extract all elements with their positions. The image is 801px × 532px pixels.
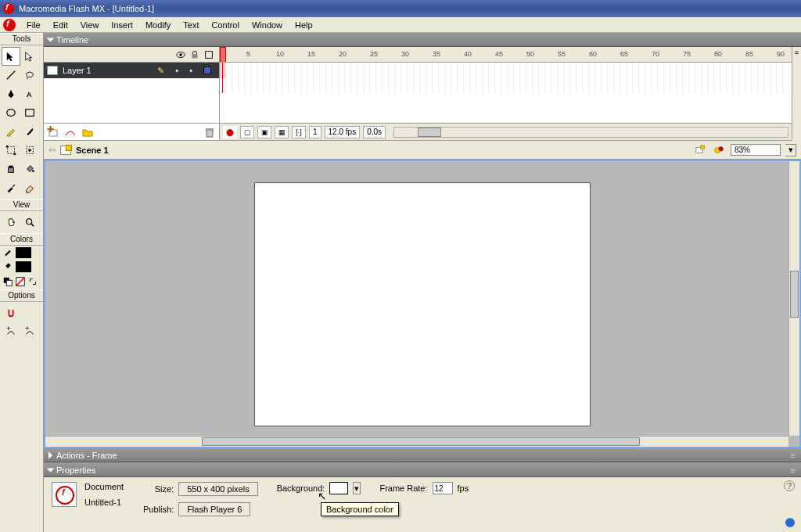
ruler-tick: 15 [307,50,315,58]
no-color-icon[interactable] [14,275,27,288]
menu-edit[interactable]: Edit [47,19,74,31]
menu-modify[interactable]: Modify [139,19,177,31]
zoom-tool[interactable] [20,213,39,232]
brush-tool[interactable] [20,122,39,141]
pen-tool[interactable] [2,84,20,103]
stage-vscrollbar[interactable] [788,161,799,436]
stroke-color-swatch[interactable] [16,247,31,258]
lock-column-icon[interactable] [189,49,200,60]
tools-panel-title: Tools [0,33,43,45]
properties-panel: Properties ≡ Document Untitled-1 Size: 5… [44,462,801,532]
menu-view[interactable]: View [74,19,106,31]
timeline-hscrollbar[interactable] [393,127,788,138]
edit-scene-button[interactable] [693,143,707,157]
document-type-icon [52,482,77,507]
delete-layer-button[interactable] [203,126,216,138]
frame-track[interactable] [220,63,792,93]
scene-name: Scene 1 [76,146,109,155]
help-icon[interactable]: ? [784,480,795,491]
insert-layer-button[interactable]: ✚ [47,126,59,138]
timeline-panel-header[interactable]: Timeline [44,33,801,47]
default-colors-icon[interactable] [2,275,14,288]
swap-colors-icon[interactable] [27,275,39,288]
framerate-input[interactable] [433,482,453,494]
document-name: Untitled-1 [84,498,124,507]
line-tool[interactable] [2,66,20,84]
current-frame-readout: 1 [309,126,321,138]
oval-tool[interactable] [2,103,20,122]
layer-visible-dot[interactable]: • [175,66,178,75]
svg-rect-6 [14,153,16,156]
size-button[interactable]: 550 x 400 pixels [178,482,258,496]
arrow-tool[interactable] [2,47,20,66]
svg-text:A: A [27,90,32,99]
scrollbar-thumb[interactable] [790,271,799,318]
eyedropper-tool[interactable] [2,178,20,197]
back-button[interactable]: ⇦ [48,145,56,155]
background-color-tooltip: Background color [321,502,399,516]
paint-bucket-tool[interactable] [20,160,39,178]
layer-outline-swatch[interactable] [203,66,211,74]
center-frame-button[interactable]: ⬤ [223,126,237,138]
ruler-tick: 40 [464,50,472,58]
zoom-readout[interactable]: 83% [731,144,781,156]
scrollbar-thumb[interactable] [202,437,640,446]
ruler-tick: 90 [777,50,785,58]
expand-panel-icon[interactable] [785,518,795,527]
pencil-tool[interactable] [2,122,20,141]
menu-text[interactable]: Text [177,19,205,31]
publish-button[interactable]: Flash Player 6 [178,502,250,516]
svg-rect-22 [192,54,198,58]
menu-window[interactable]: Window [246,19,289,31]
layer-row[interactable]: Layer 1 ✎ • • [44,63,219,78]
onion-skin-button[interactable]: ▢ [240,126,254,138]
scrollbar-thumb[interactable] [418,128,441,137]
onion-skin-outlines-button[interactable]: ▣ [257,126,271,138]
hand-tool[interactable] [2,213,20,232]
menu-insert[interactable]: Insert [105,19,139,31]
straighten-option[interactable]: + [20,322,39,341]
subselect-tool[interactable] [20,47,39,66]
text-tool[interactable]: A [20,84,39,103]
show-hide-column-icon[interactable] [175,49,186,60]
timeline-panel: Layer 1 ✎ • • ✚ [44,47,792,141]
outline-column-icon[interactable] [203,49,214,60]
document-type-label: Document [84,482,124,491]
fill-transform-tool[interactable] [20,141,39,160]
stroke-pencil-icon [3,247,13,258]
smooth-option[interactable]: + [2,322,20,341]
svg-rect-9 [9,167,14,172]
insert-motion-guide-button[interactable] [64,126,77,138]
lasso-tool[interactable] [20,66,39,84]
properties-panel-title: Properties [56,466,95,475]
timeline-collapse-handle[interactable]: ≡ [792,47,801,139]
menu-help[interactable]: Help [289,19,319,31]
background-color-dropdown[interactable]: ▾ [353,482,361,494]
insert-folder-button[interactable] [81,126,94,138]
panel-grip-icon: ≡ [791,451,796,460]
collapse-triangle-icon [47,38,55,41]
stage-canvas[interactable] [254,182,591,426]
edit-symbols-button[interactable] [712,143,726,157]
ink-bottle-tool[interactable] [2,160,20,178]
fill-color-swatch[interactable] [16,261,31,272]
edit-multiple-frames-button[interactable]: ▦ [275,126,289,138]
frame-ruler[interactable]: 5 10 15 20 25 30 35 40 45 50 55 60 65 70… [220,47,792,63]
free-transform-tool[interactable] [2,141,20,160]
ruler-tick: 35 [433,50,440,58]
zoom-dropdown-button[interactable]: ▾ [785,144,796,156]
properties-panel-header[interactable]: Properties ≡ [44,463,801,477]
menu-file[interactable]: File [20,19,47,31]
playhead[interactable] [220,47,226,63]
eraser-tool[interactable] [20,178,39,197]
background-color-swatch[interactable] [329,482,348,494]
menu-control[interactable]: Control [205,19,245,31]
rectangle-tool[interactable] [20,103,39,122]
stage-hscrollbar[interactable] [45,436,788,447]
layer-lock-dot[interactable]: • [189,66,192,75]
snap-option[interactable] [2,304,20,322]
stage-area [44,160,801,448]
ruler-tick: 10 [276,50,284,58]
actions-panel-header[interactable]: Actions - Frame ≡ [44,448,801,462]
modify-onion-markers-button[interactable]: [·] [292,126,306,138]
